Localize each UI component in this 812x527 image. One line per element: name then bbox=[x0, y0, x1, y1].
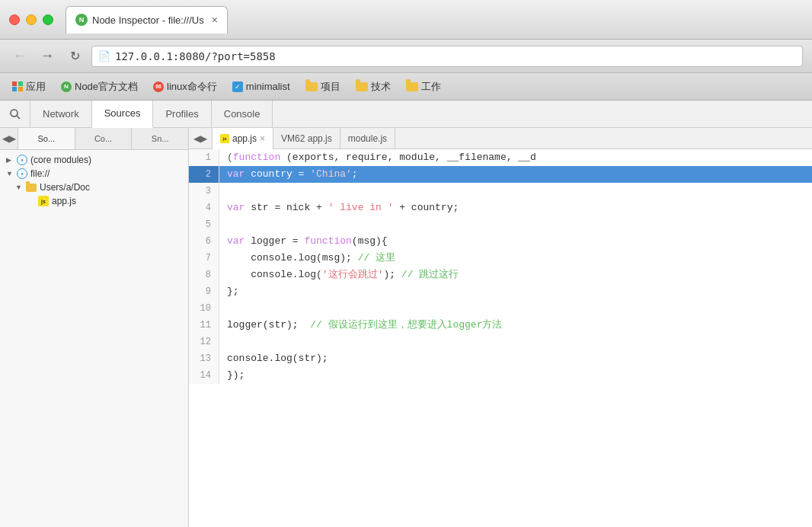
devtools-toolbar: Network Sources Profiles Console bbox=[0, 101, 812, 128]
browser-tab[interactable]: N Node Inspector - file:///Us × bbox=[66, 6, 228, 34]
line-number: 12 bbox=[189, 334, 219, 350]
bookmark-minimalist-label: minimalist bbox=[246, 81, 290, 92]
tab-favicon: N bbox=[75, 14, 88, 26]
code-tab-appjs[interactable]: js app.js × bbox=[213, 128, 273, 149]
tab-close-button[interactable]: × bbox=[212, 14, 218, 26]
folder-work-icon bbox=[406, 82, 418, 91]
svg-point-0 bbox=[11, 110, 18, 117]
bookmark-linux[interactable]: 66 linux命令行 bbox=[147, 78, 223, 96]
line-content bbox=[219, 216, 812, 233]
line-number: 13 bbox=[189, 350, 219, 367]
collapse-arrows[interactable]: ◀▶ bbox=[189, 128, 213, 149]
line-content bbox=[219, 183, 812, 200]
close-button[interactable] bbox=[9, 14, 20, 25]
line-content: }; bbox=[219, 283, 812, 300]
tree-arrow-users: ▼ bbox=[15, 184, 23, 191]
code-line-5[interactable]: 5 bbox=[189, 216, 812, 233]
code-panel: ◀▶ js app.js × VM62 app.js module.js 1(f… bbox=[189, 128, 812, 527]
search-icon bbox=[9, 108, 21, 120]
line-number: 9 bbox=[189, 283, 219, 300]
code-line-14[interactable]: 14}); bbox=[189, 367, 812, 384]
left-panel: ◀▶ So... Co... Sn... ▶ (core modules) ▼ bbox=[0, 128, 189, 527]
tab-profiles[interactable]: Profiles bbox=[153, 101, 211, 128]
code-tab-module[interactable]: module.js bbox=[340, 128, 395, 149]
left-tab-content[interactable]: Co... bbox=[75, 128, 133, 149]
line-content: logger(str); // 假设运行到这里，想要进入logger方法 bbox=[219, 317, 812, 334]
node-icon: N bbox=[61, 81, 72, 92]
svg-line-1 bbox=[17, 116, 20, 119]
66-icon: 66 bbox=[153, 81, 164, 92]
code-line-8[interactable]: 8 console.log('这行会跳过'); // 跳过这行 bbox=[189, 267, 812, 283]
line-number: 6 bbox=[189, 233, 219, 250]
code-line-13[interactable]: 13console.log(str); bbox=[189, 350, 812, 367]
code-tab-appjs-label: app.js bbox=[232, 133, 257, 144]
tree-item-core[interactable]: ▶ (core modules) bbox=[0, 153, 188, 167]
code-line-4[interactable]: 4var str = nick + ' live in ' + country; bbox=[189, 200, 812, 216]
line-number: 14 bbox=[189, 367, 219, 384]
line-content: }); bbox=[219, 367, 812, 384]
devtools-search-button[interactable] bbox=[0, 101, 30, 128]
window-controls bbox=[9, 14, 53, 25]
code-line-11[interactable]: 11logger(str); // 假设运行到这里，想要进入logger方法 bbox=[189, 317, 812, 334]
bookmark-tech[interactable]: 技术 bbox=[350, 78, 397, 96]
code-tab-js-icon: js bbox=[220, 134, 229, 143]
code-line-7[interactable]: 7 console.log(msg); // 这里 bbox=[189, 250, 812, 267]
code-line-2[interactable]: 2var country = 'China'; bbox=[189, 166, 812, 183]
bookmark-work[interactable]: 工作 bbox=[400, 78, 447, 96]
tree-arrow-file: ▼ bbox=[6, 170, 14, 177]
line-number: 4 bbox=[189, 200, 219, 216]
bookmark-work-label: 工作 bbox=[421, 80, 441, 94]
left-panel-tabs: ◀▶ So... Co... Sn... bbox=[0, 128, 188, 150]
code-line-10[interactable]: 10 bbox=[189, 300, 812, 317]
bookmark-node-label: Node官方文档 bbox=[75, 80, 138, 94]
forward-button[interactable]: → bbox=[37, 46, 58, 67]
code-line-9[interactable]: 9}; bbox=[189, 283, 812, 300]
bookmark-apps[interactable]: 应用 bbox=[6, 78, 52, 96]
tree-item-appjs[interactable]: js app.js bbox=[0, 194, 188, 208]
check-icon: ✓ bbox=[232, 81, 243, 92]
bookmark-node[interactable]: N Node官方文档 bbox=[55, 78, 144, 96]
code-line-1[interactable]: 1(function (exports, require, module, __… bbox=[189, 149, 812, 166]
url-bar[interactable]: 📄 127.0.0.1:8080/?port=5858 bbox=[91, 46, 803, 67]
back-button[interactable]: ← bbox=[9, 46, 30, 67]
folder-icon-users bbox=[26, 184, 37, 192]
url-page-icon: 📄 bbox=[98, 50, 110, 62]
code-editor[interactable]: 1(function (exports, require, module, __… bbox=[189, 149, 812, 527]
bookmarks-bar: 应用 N Node官方文档 66 linux命令行 ✓ minimalist 项… bbox=[0, 73, 812, 101]
line-content: var country = 'China'; bbox=[219, 166, 812, 183]
line-number: 3 bbox=[189, 183, 219, 200]
tab-console[interactable]: Console bbox=[212, 101, 273, 128]
bookmark-xm[interactable]: 项目 bbox=[299, 78, 347, 96]
code-tab-module-label: module.js bbox=[348, 133, 387, 144]
tab-sources[interactable]: Sources bbox=[92, 101, 154, 128]
tree-item-users[interactable]: ▼ Users/a/Doc bbox=[0, 180, 188, 194]
maximize-button[interactable] bbox=[43, 14, 53, 25]
line-content bbox=[219, 300, 812, 317]
line-content: console.log(str); bbox=[219, 350, 812, 367]
minimize-button[interactable] bbox=[26, 14, 37, 25]
tab-network[interactable]: Network bbox=[30, 101, 92, 128]
left-tab-snippets[interactable]: Sn... bbox=[132, 128, 188, 149]
reload-button[interactable]: ↻ bbox=[64, 46, 85, 67]
line-content bbox=[219, 334, 812, 350]
code-tab-vm62-label: VM62 app.js bbox=[281, 133, 332, 144]
url-text: 127.0.0.1:8080/?port=5858 bbox=[115, 50, 276, 62]
code-tab-vm62[interactable]: VM62 app.js bbox=[273, 128, 340, 149]
tab-title: Node Inspector - file:///Us bbox=[92, 14, 204, 26]
line-content: console.log('这行会跳过'); // 跳过这行 bbox=[219, 267, 812, 283]
code-tab-close-appjs[interactable]: × bbox=[260, 133, 265, 144]
titlebar: N Node Inspector - file:///Us × bbox=[0, 0, 812, 40]
code-line-12[interactable]: 12 bbox=[189, 334, 812, 350]
code-line-6[interactable]: 6var logger = function(msg){ bbox=[189, 233, 812, 250]
js-icon-appjs: js bbox=[38, 196, 49, 206]
globe-icon-file bbox=[17, 168, 27, 179]
code-line-3[interactable]: 3 bbox=[189, 183, 812, 200]
globe-icon-core bbox=[17, 155, 27, 165]
bookmark-minimalist[interactable]: ✓ minimalist bbox=[226, 78, 296, 94]
line-content: (function (exports, require, module, __f… bbox=[219, 149, 812, 166]
line-number: 8 bbox=[189, 267, 219, 283]
tree-item-file[interactable]: ▼ file:// bbox=[0, 167, 188, 180]
line-number: 10 bbox=[189, 300, 219, 317]
collapse-button[interactable]: ◀▶ bbox=[0, 128, 18, 149]
left-tab-sources[interactable]: So... bbox=[18, 128, 75, 149]
